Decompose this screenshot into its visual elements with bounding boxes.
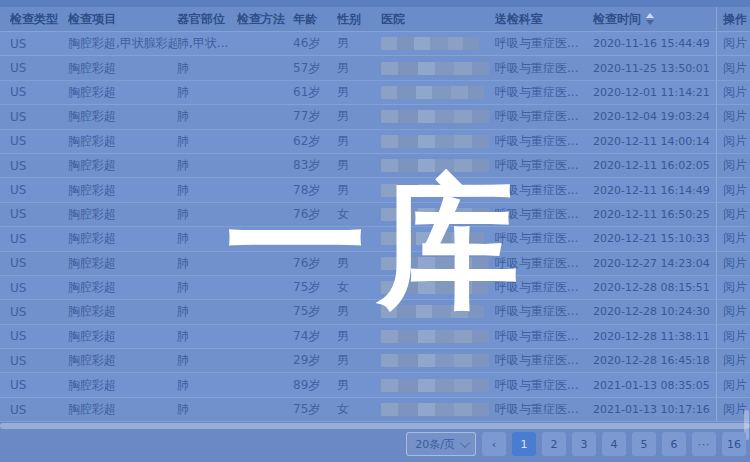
column-header-exam-time[interactable]: 检查时间 bbox=[593, 7, 716, 31]
cell-age: 66岁 bbox=[293, 227, 337, 250]
cell-gender: 男 bbox=[337, 227, 381, 250]
column-label: 检查方法 bbox=[237, 11, 285, 28]
view-images-link[interactable]: 阅片 bbox=[723, 133, 747, 150]
cell-action: 阅片 bbox=[716, 154, 750, 177]
view-images-link[interactable]: 阅片 bbox=[723, 35, 747, 52]
cell-department: 呼吸与重症医... bbox=[495, 252, 593, 275]
view-images-link[interactable]: 阅片 bbox=[723, 206, 747, 223]
cell-exam-time: 2020-12-11 16:14:49 bbox=[593, 178, 716, 201]
redacted-hospital-blur bbox=[381, 135, 489, 148]
cell-method bbox=[237, 32, 293, 55]
cell-exam-item: 胸腔彩超 bbox=[68, 203, 177, 226]
cell-department: 呼吸与重症医... bbox=[495, 325, 593, 348]
cell-action: 阅片 bbox=[716, 56, 750, 79]
cell-exam-type: US bbox=[10, 252, 68, 275]
cell-exam-time: 2020-12-04 19:03:24 bbox=[593, 105, 716, 128]
cell-method bbox=[237, 56, 293, 79]
cell-exam-type: US bbox=[10, 56, 68, 79]
column-header-department: 送检科室 bbox=[495, 7, 593, 31]
column-header-exam-item: 检查项目 bbox=[68, 7, 177, 31]
view-images-link[interactable]: 阅片 bbox=[723, 377, 747, 394]
cell-exam-item: 胸腔彩超 bbox=[68, 154, 177, 177]
page-button-6[interactable]: 6 bbox=[662, 432, 686, 456]
column-label: 器官部位 bbox=[177, 11, 225, 28]
cell-hospital bbox=[381, 325, 495, 348]
cell-method bbox=[237, 300, 293, 323]
page-button-3[interactable]: 3 bbox=[572, 432, 596, 456]
cell-method bbox=[237, 81, 293, 104]
cell-exam-time: 2020-12-11 16:50:25 bbox=[593, 203, 716, 226]
cell-organ: 肺 bbox=[177, 300, 237, 323]
page-button-5[interactable]: 5 bbox=[632, 432, 656, 456]
cell-exam-item: 胸腔彩超 bbox=[68, 178, 177, 201]
column-header-age: 年龄 bbox=[293, 7, 337, 31]
cell-hospital bbox=[381, 32, 495, 55]
cell-method bbox=[237, 276, 293, 299]
column-header-organ: 器官部位 bbox=[177, 7, 237, 31]
cell-gender: 男 bbox=[337, 252, 381, 275]
cell-hospital bbox=[381, 398, 495, 421]
view-images-link[interactable]: 阅片 bbox=[723, 352, 747, 369]
cell-action: 阅片 bbox=[716, 32, 750, 55]
exam-list-screen: 检查类型 检查项目 器官部位 检查方法 年龄 性别 医院 送检科室 检查时间 操… bbox=[0, 0, 750, 462]
redacted-hospital-blur bbox=[381, 86, 484, 99]
page-button-1[interactable]: 1 bbox=[512, 432, 536, 456]
sort-caret-icon[interactable] bbox=[646, 13, 654, 25]
cell-gender: 男 bbox=[337, 81, 381, 104]
cell-exam-type: US bbox=[10, 300, 68, 323]
redacted-hospital-blur bbox=[381, 281, 489, 294]
view-images-link[interactable]: 阅片 bbox=[723, 255, 747, 272]
cell-method bbox=[237, 130, 293, 153]
prev-page-button[interactable]: ‹ bbox=[482, 432, 506, 456]
view-images-link[interactable]: 阅片 bbox=[723, 279, 747, 296]
view-images-link[interactable]: 阅片 bbox=[723, 84, 747, 101]
cell-age: 83岁 bbox=[293, 154, 337, 177]
cell-gender: 女 bbox=[337, 276, 381, 299]
table-header-row: 检查类型 检查项目 器官部位 检查方法 年龄 性别 医院 送检科室 检查时间 操… bbox=[0, 7, 750, 32]
cell-organ: 肺 bbox=[177, 373, 237, 396]
page-button-16[interactable]: 16 bbox=[722, 432, 746, 456]
page-button-2[interactable]: 2 bbox=[542, 432, 566, 456]
cell-action: 阅片 bbox=[716, 130, 750, 153]
page-ellipsis[interactable]: ··· bbox=[692, 432, 716, 456]
cell-exam-type: US bbox=[10, 130, 68, 153]
redacted-hospital-blur bbox=[381, 354, 489, 367]
view-images-link[interactable]: 阅片 bbox=[723, 108, 747, 125]
column-label: 医院 bbox=[381, 11, 405, 28]
page-size-select[interactable]: 20条/页 bbox=[406, 432, 476, 456]
cell-exam-item: 胸腔彩超 bbox=[68, 56, 177, 79]
page-size-label: 20条/页 bbox=[415, 437, 455, 452]
cell-gender: 男 bbox=[337, 325, 381, 348]
exam-table: 检查类型 检查项目 器官部位 检查方法 年龄 性别 医院 送检科室 检查时间 操… bbox=[0, 7, 750, 422]
cell-exam-time: 2020-12-28 11:38:11 bbox=[593, 325, 716, 348]
view-images-link[interactable]: 阅片 bbox=[723, 303, 747, 320]
redacted-hospital-blur bbox=[381, 305, 484, 318]
redacted-hospital-blur bbox=[381, 110, 489, 123]
cell-exam-item: 胸腔彩超 bbox=[68, 398, 177, 421]
cell-exam-item: 胸腔彩超 bbox=[68, 81, 177, 104]
cell-exam-time: 2020-12-28 08:15:51 bbox=[593, 276, 716, 299]
cell-department: 呼吸与重症医... bbox=[495, 227, 593, 250]
cell-department: 呼吸与重症医... bbox=[495, 349, 593, 372]
column-header-exam-type: 检查类型 bbox=[10, 7, 68, 31]
cell-exam-type: US bbox=[10, 81, 68, 104]
cell-hospital bbox=[381, 105, 495, 128]
cell-age: 76岁 bbox=[293, 252, 337, 275]
cell-hospital bbox=[381, 349, 495, 372]
redacted-hospital-blur bbox=[381, 208, 489, 221]
cell-organ: 肺 bbox=[177, 252, 237, 275]
view-images-link[interactable]: 阅片 bbox=[723, 182, 747, 199]
view-images-link[interactable]: 阅片 bbox=[723, 328, 747, 345]
cell-hospital bbox=[381, 203, 495, 226]
horizontal-scrollbar[interactable] bbox=[0, 423, 750, 429]
cell-exam-time: 2021-01-13 10:17:16 bbox=[593, 398, 716, 421]
cell-hospital bbox=[381, 178, 495, 201]
cell-department: 呼吸与重症医... bbox=[495, 276, 593, 299]
view-images-link[interactable]: 阅片 bbox=[723, 60, 747, 77]
view-images-link[interactable]: 阅片 bbox=[723, 230, 747, 247]
table-row: US 胸腔彩超 肺 76岁 女 呼吸与重症医... 2020-12-11 16:… bbox=[0, 203, 750, 227]
page-button-4[interactable]: 4 bbox=[602, 432, 626, 456]
view-images-link[interactable]: 阅片 bbox=[723, 157, 747, 174]
cell-exam-time: 2020-11-16 15:44:49 bbox=[593, 32, 716, 55]
cell-department: 呼吸与重症医... bbox=[495, 130, 593, 153]
